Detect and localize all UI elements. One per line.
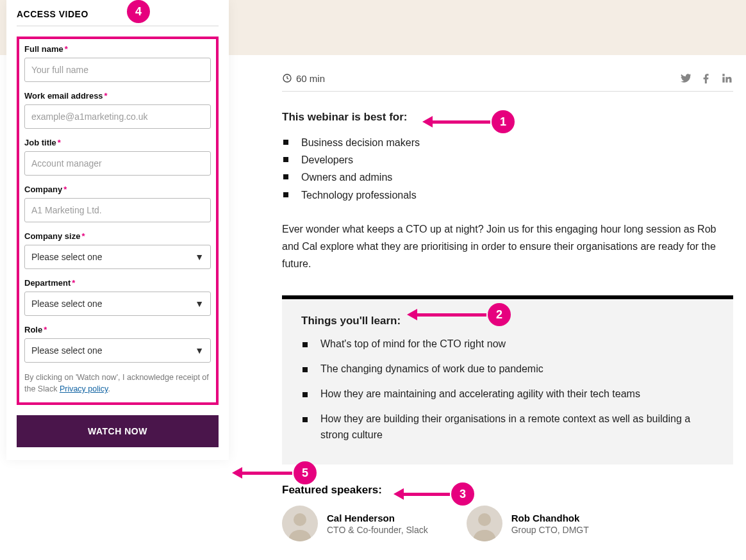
- best-for-list: Business decision makers Developers Owne…: [282, 134, 733, 204]
- input-job-title[interactable]: [24, 151, 211, 176]
- duration: 60 min: [282, 73, 325, 84]
- chevron-down-icon: ▼: [195, 299, 204, 309]
- label-company-size: Company size*: [24, 231, 211, 241]
- list-item: What's top of mind for the CTO right now: [320, 336, 714, 352]
- meta-row: 60 min: [282, 72, 733, 92]
- input-company[interactable]: [24, 198, 211, 222]
- main-content: 60 min This webinar is best for: Busines…: [282, 72, 733, 541]
- label-full-name: Full name*: [24, 44, 211, 54]
- list-item: Business decision makers: [301, 134, 733, 151]
- privacy-policy-link[interactable]: Privacy policy: [60, 384, 108, 393]
- field-company: Company*: [24, 185, 211, 222]
- watch-now-button[interactable]: WATCH NOW: [17, 415, 219, 447]
- intro-paragraph: Ever wonder what keeps a CTO up at night…: [282, 220, 733, 273]
- label-role: Role*: [24, 325, 211, 334]
- list-item: How they are maintaining and acceleratin…: [320, 386, 714, 402]
- speaker-name: Rob Chandhok: [511, 513, 589, 523]
- speaker-title: Group CTO, DMGT: [511, 525, 589, 535]
- form-title: ACCESS VIDEO: [17, 9, 219, 26]
- speakers-row: Cal Henderson CTO & Co-founder, Slack Ro…: [282, 506, 733, 541]
- select-company-size[interactable]: Please select one ▼: [24, 245, 211, 269]
- label-company: Company*: [24, 185, 211, 194]
- access-video-form: ACCESS VIDEO Full name* Work email addre…: [6, 0, 229, 460]
- field-department: Department* Please select one ▼: [24, 278, 211, 316]
- list-item: Technology professionals: [301, 186, 733, 204]
- learn-heading: Things you'll learn:: [301, 315, 714, 327]
- label-department: Department*: [24, 278, 211, 288]
- field-company-size: Company size* Please select one ▼: [24, 231, 211, 269]
- field-job-title: Job title*: [24, 138, 211, 176]
- facebook-icon[interactable]: [700, 72, 713, 85]
- field-email: Work email address*: [24, 91, 211, 129]
- duration-text: 60 min: [296, 73, 325, 84]
- speaker-title: CTO & Co-founder, Slack: [327, 525, 428, 535]
- privacy-disclaimer: By clicking on 'Watch now', I acknowledg…: [24, 372, 211, 395]
- form-fields-highlight: Full name* Work email address* Job title…: [17, 37, 219, 405]
- social-share: [679, 72, 733, 85]
- svg-point-1: [294, 513, 306, 526]
- speaker-name: Cal Henderson: [327, 513, 428, 523]
- best-for-heading: This webinar is best for:: [282, 111, 733, 124]
- learn-list: What's top of mind for the CTO right now…: [301, 336, 714, 443]
- list-item: Owners and admins: [301, 169, 733, 186]
- avatar: [467, 506, 502, 541]
- input-full-name[interactable]: [24, 58, 211, 82]
- select-department[interactable]: Please select one ▼: [24, 292, 211, 316]
- field-role: Role* Please select one ▼: [24, 325, 211, 363]
- speaker-card: Cal Henderson CTO & Co-founder, Slack: [282, 506, 428, 541]
- select-department-value: Please select one: [31, 299, 103, 309]
- select-company-size-value: Please select one: [31, 252, 103, 262]
- twitter-icon[interactable]: [679, 72, 692, 85]
- chevron-down-icon: ▼: [195, 345, 204, 356]
- label-email: Work email address*: [24, 91, 211, 101]
- label-job-title: Job title*: [24, 138, 211, 147]
- list-item: How they are building their organisation…: [320, 411, 714, 443]
- list-item: Developers: [301, 151, 733, 169]
- select-role-value: Please select one: [31, 345, 103, 356]
- field-full-name: Full name*: [24, 44, 211, 82]
- speakers-heading: Featured speakers:: [282, 484, 733, 497]
- speaker-card: Rob Chandhok Group CTO, DMGT: [467, 506, 589, 541]
- svg-point-2: [478, 513, 491, 526]
- things-youll-learn-box: Things you'll learn: What's top of mind …: [282, 295, 733, 465]
- avatar: [282, 506, 318, 541]
- clock-icon: [282, 73, 292, 83]
- list-item: The changing dynamics of work due to pan…: [320, 361, 714, 377]
- linkedin-icon[interactable]: [720, 72, 733, 85]
- input-email[interactable]: [24, 104, 211, 129]
- select-role[interactable]: Please select one ▼: [24, 338, 211, 363]
- chevron-down-icon: ▼: [195, 252, 204, 262]
